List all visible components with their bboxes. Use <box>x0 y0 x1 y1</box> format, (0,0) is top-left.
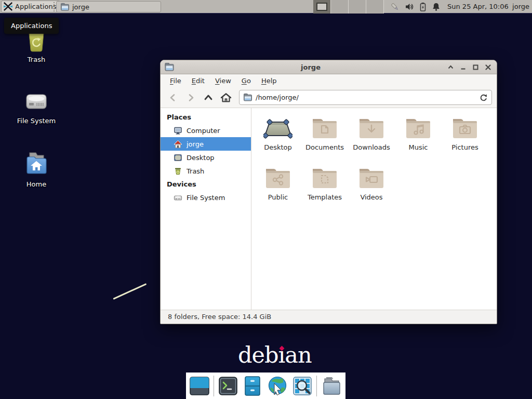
folder-templates-icon <box>311 163 338 193</box>
applications-menu-label: Applications <box>15 3 56 10</box>
workspace-window-preview <box>316 3 327 11</box>
battery-tray-icon[interactable] <box>419 2 427 11</box>
taskbar-window-label: jorge <box>72 3 89 11</box>
workspace-1-active[interactable] <box>313 0 331 14</box>
shade-button[interactable] <box>447 64 454 71</box>
menubar: File Edit View Go Help <box>161 74 497 87</box>
workspace-switcher[interactable] <box>313 0 384 14</box>
notifications-bell-tray-icon[interactable] <box>432 2 441 11</box>
desktop-icon-file-system[interactable]: File System <box>9 88 63 125</box>
drive-icon <box>174 193 182 202</box>
file-item-videos[interactable]: Videos <box>348 163 395 213</box>
volume-tray-icon[interactable] <box>405 2 414 11</box>
system-tray <box>390 0 441 14</box>
file-cabinet-dock-icon[interactable] <box>242 375 263 397</box>
menu-go[interactable]: Go <box>236 75 256 86</box>
sidebar-item-trash[interactable]: Trash <box>161 164 251 178</box>
menu-view[interactable]: View <box>210 75 236 86</box>
sidebar-devices-header: Devices <box>161 178 251 191</box>
dock-separator <box>316 376 317 396</box>
show-desktop-dock-icon[interactable] <box>189 375 210 397</box>
file-item-pictures[interactable]: Pictures <box>442 113 488 163</box>
sidebar-item-computer[interactable]: Computer <box>161 124 251 137</box>
sidebar-item-label: File System <box>187 194 225 202</box>
taskbar-window-button[interactable]: jorge <box>56 1 161 12</box>
terminal-dock-icon[interactable] <box>218 375 238 397</box>
forward-button[interactable] <box>183 90 198 105</box>
app-finder-dock-icon[interactable] <box>292 375 313 397</box>
input-device-tray-icon[interactable] <box>390 2 400 12</box>
folder-downloads-icon <box>358 113 385 143</box>
dock-separator <box>214 376 214 396</box>
reload-icon[interactable] <box>480 94 487 101</box>
file-manager-window: jorge File Edit View Go Help <box>160 60 497 324</box>
desktop-places-icon <box>174 153 182 162</box>
folder-public-icon <box>264 163 291 193</box>
statusbar: 8 folders, Free space: 14.4 GiB <box>161 310 497 324</box>
file-item-label: Videos <box>360 193 382 201</box>
panel-separator-handle <box>54 2 55 11</box>
file-item-label: Public <box>268 193 288 201</box>
sidebar-item-jorge[interactable]: jorge <box>161 137 251 151</box>
sidebar-item-label: jorge <box>187 140 204 148</box>
menu-help[interactable]: Help <box>256 75 282 86</box>
menu-file[interactable]: File <box>165 75 187 86</box>
desktop-icon-label: Home <box>26 180 46 188</box>
toolbar: /home/jorge/ <box>161 87 497 108</box>
xfce-applications-icon <box>4 2 12 11</box>
folder-documents-icon <box>311 113 338 143</box>
folder-music-icon <box>405 113 432 143</box>
top-panel: Applications jorge <box>0 0 532 14</box>
computer-icon <box>174 126 182 135</box>
workspace-2[interactable] <box>331 0 349 14</box>
desktop-trapezoid-icon <box>263 113 292 143</box>
file-list: Desktop Documents <box>251 108 497 310</box>
trash-places-icon <box>174 167 182 176</box>
sidebar-item-label: Desktop <box>187 154 215 162</box>
window-title: jorge <box>174 63 447 71</box>
workspace-4[interactable] <box>366 0 384 14</box>
file-manager-dock-icon[interactable] <box>321 375 342 397</box>
menu-edit[interactable]: Edit <box>187 75 210 86</box>
desktop-icon-label: File System <box>17 117 56 125</box>
window-folder-icon <box>165 63 174 71</box>
desktop-icon-label: Trash <box>28 56 45 63</box>
file-item-desktop[interactable]: Desktop <box>255 113 301 163</box>
file-item-public[interactable]: Public <box>255 163 301 213</box>
address-bar-path[interactable]: /home/jorge/ <box>256 94 476 101</box>
home-folder-icon <box>22 150 50 178</box>
applications-menu-button[interactable]: Applications <box>1 1 60 12</box>
sidebar-item-file-system[interactable]: File System <box>161 191 251 204</box>
back-button[interactable] <box>165 90 181 105</box>
hard-drive-icon <box>23 88 50 114</box>
window-titlebar[interactable]: jorge <box>161 60 497 74</box>
sidebar-item-label: Computer <box>187 127 220 135</box>
panel-clock[interactable]: Sun 25 Apr, 10:06 <box>447 0 509 14</box>
desktop[interactable]: Applications jorge <box>0 0 532 399</box>
panel-username[interactable]: jorge <box>512 0 529 14</box>
close-button[interactable] <box>485 64 491 71</box>
desktop-artifact-line <box>113 283 147 300</box>
sidebar-places-header: Places <box>161 111 251 124</box>
file-item-documents[interactable]: Documents <box>301 113 348 163</box>
address-bar[interactable]: /home/jorge/ <box>239 90 492 105</box>
home-button[interactable] <box>218 90 234 105</box>
minimize-button[interactable] <box>460 64 467 71</box>
file-item-label: Documents <box>305 143 344 151</box>
web-browser-dock-icon[interactable] <box>267 375 288 397</box>
up-button[interactable] <box>201 90 216 105</box>
sidebar-item-label: Trash <box>187 167 204 175</box>
file-item-music[interactable]: Music <box>395 113 442 163</box>
desktop-icon-home[interactable]: Home <box>9 150 63 188</box>
sidebar: Places Computer <box>161 108 251 310</box>
file-item-downloads[interactable]: Downloads <box>348 113 395 163</box>
sidebar-item-desktop[interactable]: Desktop <box>161 151 251 164</box>
workspace-3[interactable] <box>349 0 366 14</box>
home-icon <box>174 140 182 149</box>
file-item-label: Music <box>409 143 428 151</box>
file-item-label: Templates <box>308 193 342 201</box>
applications-tooltip: Applications <box>4 18 59 34</box>
folder-pictures-icon <box>451 113 478 143</box>
maximize-button[interactable] <box>472 64 479 71</box>
file-item-templates[interactable]: Templates <box>301 163 348 213</box>
